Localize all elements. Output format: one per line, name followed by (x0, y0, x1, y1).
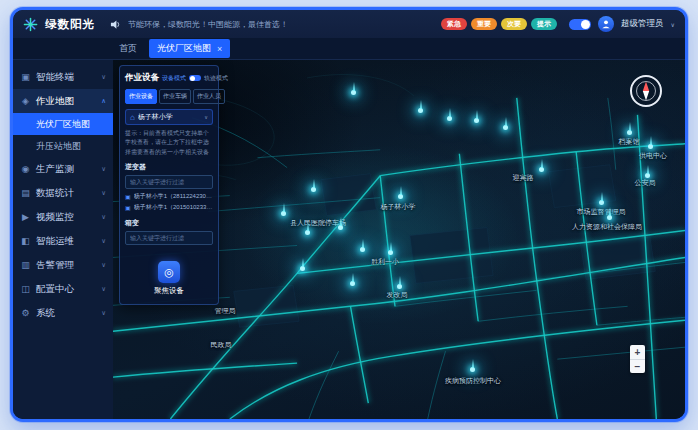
device-marker-icon[interactable] (388, 250, 393, 255)
inverter-list-item[interactable]: ▣ 杨子林小学1（2015010233729564…） (125, 202, 213, 213)
tab-close-icon[interactable]: × (217, 44, 222, 54)
device-panel: 作业设备 设备模式 轨迹模式 作业设备 作业车辆 作业人员 ⌂ 杨子林小学 ∨ … (119, 65, 219, 305)
sidebar-item-label: 智能运维 (36, 235, 74, 248)
device-marker-icon[interactable] (648, 144, 653, 149)
device-marker-icon[interactable] (398, 194, 403, 199)
sidebar-item-config-center[interactable]: ◫ 配置中心 ∨ (13, 277, 113, 301)
alarm-badge-label: 提示 (537, 19, 551, 29)
sidebar-child-label: 光伏厂区地图 (36, 118, 90, 131)
toggle-knob (581, 20, 590, 29)
device-marker-icon[interactable] (350, 281, 355, 286)
inverter-item-label: 杨子林小学1（2015010233729564…） (134, 203, 213, 212)
sidebar-item-smart-terminal[interactable]: ▣ 智能终端 ∨ (13, 65, 113, 89)
sidebar-item-booster-station-map[interactable]: 升压站地图 (13, 135, 113, 157)
chevron-down-icon: ∨ (101, 73, 106, 81)
sidebar-item-system[interactable]: ⚙ 系统 ∨ (13, 301, 113, 325)
focus-device-button[interactable]: ◎ 聚焦设备 (125, 261, 213, 298)
device-marker-icon[interactable] (447, 116, 452, 121)
user-avatar[interactable] (598, 16, 614, 32)
chevron-down-icon: ∨ (101, 189, 106, 197)
panel-tab-devices[interactable]: 作业设备 (125, 89, 157, 104)
device-marker-icon[interactable] (397, 284, 402, 289)
device-marker-icon[interactable] (474, 118, 479, 123)
chevron-down-icon: ∨ (101, 213, 106, 221)
tab-bar: 首页 光伏厂区地图 × (13, 38, 685, 60)
alarm-badge-label: 次要 (507, 19, 521, 29)
device-marker-icon[interactable] (607, 215, 612, 220)
alarm-badge[interactable]: 次要 (501, 18, 527, 30)
sidebar-item-label: 配置中心 (36, 283, 74, 296)
tab-pv-map[interactable]: 光伏厂区地图 × (149, 39, 230, 58)
sidebar-item-label: 系统 (36, 307, 55, 320)
chevron-down-icon: ∨ (101, 165, 106, 173)
user-caret-icon: ∨ (671, 21, 675, 28)
box-transformer-filter-input[interactable] (125, 231, 213, 245)
device-marker-icon[interactable] (470, 367, 475, 372)
compass-control[interactable] (629, 74, 663, 112)
sidebar-item-production-monitor[interactable]: ◉ 生产监测 ∨ (13, 157, 113, 181)
sidebar-item-smart-ops[interactable]: ◧ 智能运维 ∨ (13, 229, 113, 253)
app-logo-icon (23, 17, 38, 32)
sidebar-item-alarm-management[interactable]: ▥ 告警管理 ∨ (13, 253, 113, 277)
device-marker-icon[interactable] (281, 211, 286, 216)
statistics-icon: ▤ (20, 188, 31, 198)
monitor-icon: ◉ (20, 164, 31, 174)
zoom-out-button[interactable]: − (630, 359, 645, 373)
sidebar-item-label: 智能终端 (36, 71, 74, 84)
sidebar-item-video-surveillance[interactable]: ▶ 视频监控 ∨ (13, 205, 113, 229)
user-name[interactable]: 超级管理员 (621, 18, 664, 30)
device-marker-icon[interactable] (311, 187, 316, 192)
alarm-badge[interactable]: 重要 (471, 18, 497, 30)
device-marker-icon[interactable] (338, 225, 343, 230)
sidebar-item-label: 视频监控 (36, 211, 74, 224)
app-title: 绿数阳光 (45, 17, 95, 32)
sidebar-item-work-map[interactable]: ◈ 作业地图 ∧ (13, 89, 113, 113)
alarm-badge[interactable]: 紧急 (441, 18, 467, 30)
inverter-section-title: 逆变器 (125, 162, 213, 172)
device-marker-icon[interactable] (305, 230, 310, 235)
school-dropdown-value: 杨子林小学 (138, 112, 201, 122)
panel-title: 作业设备 (125, 72, 159, 84)
chevron-down-icon: ∨ (101, 285, 106, 293)
inverter-filter-input[interactable] (125, 175, 213, 189)
device-marker-icon[interactable] (300, 266, 305, 271)
inverter-list-item[interactable]: ▣ 杨子林小学1（28112242301301145…） (125, 191, 213, 202)
device-marker-icon[interactable] (539, 167, 544, 172)
panel-header: 作业设备 设备模式 轨迹模式 (125, 72, 213, 84)
sidebar-item-pv-plant-map[interactable]: 光伏厂区地图 (13, 113, 113, 135)
alarm-badge-label: 紧急 (447, 19, 461, 29)
school-dropdown[interactable]: ⌂ 杨子林小学 ∨ (125, 109, 213, 125)
device-marker-icon[interactable] (599, 200, 604, 205)
config-icon: ◫ (20, 284, 31, 294)
header-toggle[interactable] (569, 19, 591, 30)
panel-tab-vehicles[interactable]: 作业车辆 (159, 89, 191, 104)
tab-home[interactable]: 首页 (119, 42, 137, 55)
sidebar-item-data-statistics[interactable]: ▤ 数据统计 ∨ (13, 181, 113, 205)
mode-switch[interactable] (189, 75, 201, 81)
zoom-in-button[interactable]: + (630, 345, 645, 359)
device-icon: ▣ (125, 204, 131, 211)
sidebar-item-label: 数据统计 (36, 187, 74, 200)
device-mode-label[interactable]: 设备模式 (162, 74, 186, 83)
sidebar-item-label: 作业地图 (36, 95, 74, 108)
device-marker-icon[interactable] (627, 130, 632, 135)
device-marker-icon[interactable] (645, 173, 650, 178)
focus-device-label: 聚焦设备 (154, 286, 184, 296)
sidebar: ▣ 智能终端 ∨ ◈ 作业地图 ∧ 光伏厂区地图 升压站地图 ◉ 生产监测 ∨ … (13, 60, 113, 419)
video-icon: ▶ (20, 212, 31, 222)
map-canvas[interactable]: 档案馆 供电中心 迎宾路 公安局 杨子林小学 县人民医院停车场 市场监督管理局 … (113, 60, 685, 419)
alarm-badge[interactable]: 提示 (531, 18, 557, 30)
track-mode-label[interactable]: 轨迹模式 (204, 74, 228, 83)
school-icon: ⌂ (130, 113, 135, 122)
device-marker-icon[interactable] (503, 125, 508, 130)
chevron-down-icon: ∨ (101, 309, 106, 317)
sidebar-item-label: 告警管理 (36, 259, 74, 272)
device-marker-icon[interactable] (351, 90, 356, 95)
mode-switch-knob (190, 76, 195, 81)
device-marker-icon[interactable] (360, 247, 365, 252)
chevron-down-icon: ∨ (101, 237, 106, 245)
terminal-icon: ▣ (20, 72, 31, 82)
device-marker-icon[interactable] (418, 108, 423, 113)
panel-tab-people[interactable]: 作业人员 (193, 89, 225, 104)
tab-pv-map-label: 光伏厂区地图 (157, 42, 211, 55)
